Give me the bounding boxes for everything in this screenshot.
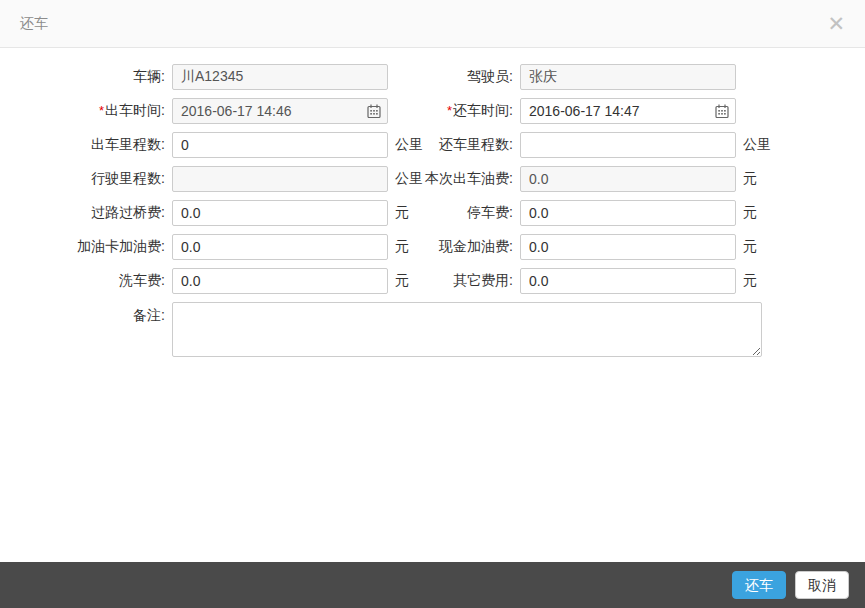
form-row-toll-parking: 过路过桥费: 元 停车费: 元 [0,200,865,226]
return-mileage-input[interactable] [520,132,736,158]
driver-label: 驾驶员: [467,68,513,86]
dialog-header: 还车 ✕ [0,0,865,48]
cancel-button[interactable]: 取消 [795,571,849,599]
trip-fuel-fee-input [520,166,736,192]
depart-time-label: *出车时间: [0,102,165,120]
driven-mileage-unit: 公里 [395,170,423,188]
depart-mileage-label: 出车里程数: [0,136,165,154]
dialog-title: 还车 [20,15,48,33]
wash-fee-input[interactable] [172,268,388,294]
form-row-wash-other: 洗车费: 元 其它费用: 元 [0,268,865,294]
other-fee-unit: 元 [743,272,757,290]
wash-fee-unit: 元 [395,272,409,290]
driven-mileage-label: 行驶里程数: [0,170,165,188]
other-fee-input[interactable] [520,268,736,294]
fuel-card-fee-unit: 元 [395,238,409,256]
driver-input [520,64,736,90]
toll-fee-input[interactable] [172,200,388,226]
wash-fee-label: 洗车费: [0,272,165,290]
return-time-input[interactable] [520,98,736,124]
calendar-icon[interactable] [714,103,730,119]
return-time-label: *还车时间: [447,102,513,120]
form-row-vehicle-driver: 车辆: 驾驶员: [0,64,865,90]
trip-fuel-fee-unit: 元 [743,170,757,188]
return-vehicle-dialog: 还车 ✕ 车辆: 驾驶员: *出车时间: [0,0,865,608]
required-marker: * [447,103,452,118]
remark-label: 备注: [0,302,165,325]
cash-fuel-fee-unit: 元 [743,238,757,256]
required-marker: * [99,103,104,118]
toll-fee-unit: 元 [395,204,409,222]
form-row-times: *出车时间: *还车时间: [0,98,865,124]
depart-time-input [172,98,388,124]
return-mileage-unit: 公里 [743,136,771,154]
remark-textarea[interactable] [172,302,762,357]
dialog-footer: 还车 取消 [0,562,865,608]
calendar-icon [366,103,382,119]
trip-fuel-fee-label: 本次出车油费: [425,170,513,188]
form-row-fuelcard-cash: 加油卡加油费: 元 现金加油费: 元 [0,234,865,260]
vehicle-input [172,64,388,90]
toll-fee-label: 过路过桥费: [0,204,165,222]
other-fee-label: 其它费用: [453,272,513,290]
form-row-driven-fuel: 行驶里程数: 公里 本次出车油费: 元 [0,166,865,192]
fuel-card-fee-label: 加油卡加油费: [0,238,165,256]
form-row-remark: 备注: [0,302,865,357]
return-vehicle-submit-button[interactable]: 还车 [732,571,786,599]
vehicle-label: 车辆: [0,68,165,86]
return-mileage-label: 还车里程数: [439,136,513,154]
parking-fee-label: 停车费: [467,204,513,222]
dialog-body: 车辆: 驾驶员: *出车时间: [0,48,865,562]
form-row-mileage: 出车里程数: 公里 还车里程数: 公里 [0,132,865,158]
depart-mileage-input[interactable] [172,132,388,158]
fuel-card-fee-input[interactable] [172,234,388,260]
driven-mileage-input [172,166,388,192]
close-icon[interactable]: ✕ [827,13,845,34]
cash-fuel-fee-label: 现金加油费: [439,238,513,256]
parking-fee-input[interactable] [520,200,736,226]
parking-fee-unit: 元 [743,204,757,222]
depart-mileage-unit: 公里 [395,136,423,154]
cash-fuel-fee-input[interactable] [520,234,736,260]
